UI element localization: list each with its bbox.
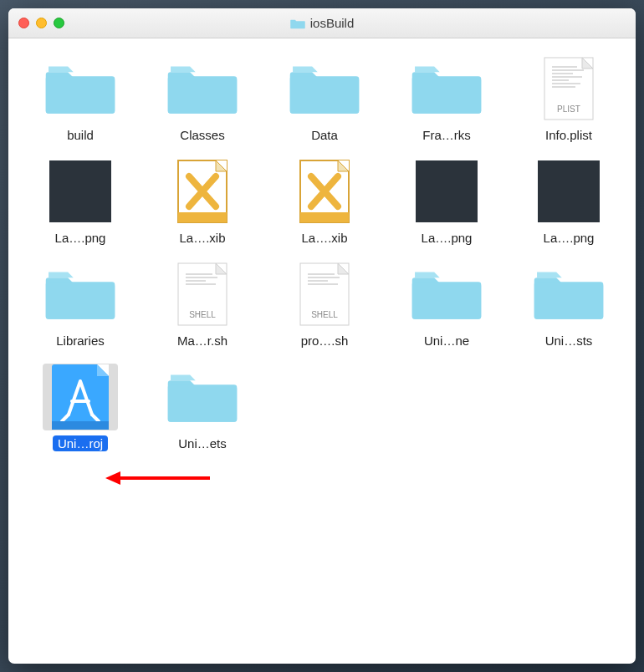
file-icon[interactable] bbox=[165, 158, 240, 225]
file-item[interactable]: Uni…roj bbox=[27, 364, 134, 451]
folder-icon bbox=[289, 61, 360, 116]
file-label[interactable]: La….png bbox=[50, 230, 111, 246]
file-label[interactable]: Data bbox=[306, 127, 343, 143]
folder-icon bbox=[44, 61, 116, 116]
folder-icon bbox=[533, 267, 605, 322]
zoom-button[interactable] bbox=[54, 18, 64, 28]
svg-rect-40 bbox=[52, 421, 109, 430]
file-label[interactable]: Classes bbox=[175, 127, 229, 143]
image-icon bbox=[538, 160, 600, 222]
svg-rect-15 bbox=[178, 212, 227, 222]
file-item[interactable]: Uni…ets bbox=[149, 364, 256, 451]
close-button[interactable] bbox=[18, 18, 29, 28]
file-item[interactable]: Classes bbox=[149, 55, 256, 143]
svg-rect-11 bbox=[49, 160, 111, 222]
finder-window: iosBuild buildClassesDataFra…rks PLISTIn… bbox=[8, 8, 636, 664]
file-item[interactable]: Libraries bbox=[27, 261, 134, 349]
shell-file-icon: SHELL bbox=[299, 262, 350, 326]
file-icon[interactable] bbox=[409, 261, 484, 328]
file-icon[interactable] bbox=[165, 364, 240, 430]
file-icon[interactable] bbox=[531, 261, 606, 328]
svg-marker-42 bbox=[105, 471, 120, 485]
file-icon[interactable] bbox=[287, 55, 362, 122]
file-label[interactable]: Fra…rks bbox=[417, 127, 476, 143]
file-item[interactable]: La….png bbox=[515, 158, 622, 246]
folder-icon bbox=[166, 61, 238, 116]
file-label[interactable]: La….png bbox=[539, 230, 600, 246]
file-icon[interactable]: PLIST bbox=[531, 55, 606, 122]
file-icon[interactable] bbox=[409, 55, 484, 122]
shell-file-icon: SHELL bbox=[177, 262, 227, 326]
title-folder-icon bbox=[290, 18, 305, 29]
file-icon[interactable] bbox=[165, 55, 240, 122]
plist-file-icon: PLIST bbox=[544, 57, 594, 120]
file-icon[interactable] bbox=[409, 158, 484, 225]
file-icon[interactable] bbox=[43, 55, 118, 122]
folder-icon bbox=[411, 267, 483, 322]
file-label[interactable]: Info.plist bbox=[540, 127, 597, 143]
image-icon bbox=[416, 160, 478, 222]
file-icon[interactable]: SHELL bbox=[165, 261, 240, 328]
svg-text:SHELL: SHELL bbox=[311, 310, 338, 319]
titlebar[interactable]: iosBuild bbox=[8, 8, 636, 38]
file-label[interactable]: Libraries bbox=[51, 333, 110, 349]
file-label[interactable]: Uni…roj bbox=[53, 435, 108, 451]
file-item[interactable]: Uni…sts bbox=[515, 261, 622, 349]
svg-text:SHELL: SHELL bbox=[189, 310, 216, 319]
minimize-button[interactable] bbox=[36, 18, 47, 28]
file-item[interactable]: La….png bbox=[393, 158, 500, 246]
file-label[interactable]: Ma…r.sh bbox=[172, 333, 233, 349]
window-title: iosBuild bbox=[8, 16, 636, 30]
image-icon bbox=[49, 160, 111, 222]
icon-grid[interactable]: buildClassesDataFra…rks PLISTInfo.plistL… bbox=[8, 38, 636, 468]
file-item[interactable]: Data bbox=[271, 55, 378, 143]
file-item[interactable]: Fra…rks bbox=[393, 55, 500, 143]
file-item[interactable]: SHELLpro….sh bbox=[271, 261, 378, 349]
file-item[interactable]: La….xib bbox=[149, 158, 256, 246]
xib-file-icon bbox=[299, 160, 350, 223]
svg-rect-20 bbox=[416, 160, 478, 222]
file-label[interactable]: La….xib bbox=[296, 230, 352, 246]
file-item[interactable]: build bbox=[27, 55, 134, 143]
file-icon[interactable] bbox=[43, 364, 118, 430]
file-label[interactable]: Uni…sts bbox=[540, 333, 598, 349]
file-icon[interactable]: SHELL bbox=[287, 261, 362, 328]
file-item[interactable]: La….xib bbox=[271, 158, 378, 246]
xcode-project-icon bbox=[50, 363, 110, 431]
file-label[interactable]: Uni…ets bbox=[173, 435, 232, 451]
file-label[interactable]: build bbox=[62, 127, 99, 143]
file-icon[interactable] bbox=[287, 158, 362, 225]
svg-text:PLIST: PLIST bbox=[557, 104, 580, 114]
folder-icon bbox=[411, 61, 483, 116]
folder-icon bbox=[44, 267, 116, 322]
window-title-text: iosBuild bbox=[310, 16, 355, 30]
svg-rect-19 bbox=[300, 212, 349, 222]
file-item[interactable]: Uni…ne bbox=[393, 261, 500, 349]
file-label[interactable]: La….xib bbox=[174, 230, 230, 246]
file-item[interactable]: La….png bbox=[27, 158, 134, 246]
file-icon[interactable] bbox=[531, 158, 606, 225]
annotation-arrow bbox=[105, 470, 214, 486]
file-label[interactable]: pro….sh bbox=[296, 333, 354, 349]
xib-file-icon bbox=[177, 160, 227, 223]
file-label[interactable]: La….png bbox=[417, 230, 478, 246]
file-label[interactable]: Uni…ne bbox=[419, 333, 474, 349]
svg-rect-21 bbox=[538, 160, 600, 222]
file-icon[interactable] bbox=[43, 261, 118, 328]
file-item[interactable]: PLISTInfo.plist bbox=[515, 55, 622, 143]
file-icon[interactable] bbox=[43, 158, 118, 225]
file-item[interactable]: SHELLMa…r.sh bbox=[149, 261, 256, 349]
folder-icon bbox=[166, 369, 238, 425]
